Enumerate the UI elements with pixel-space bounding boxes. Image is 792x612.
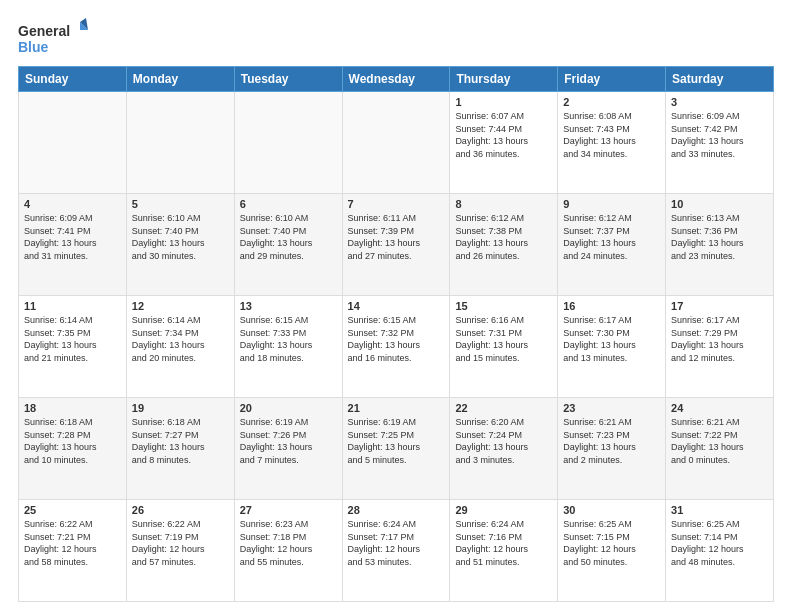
calendar-cell <box>234 92 342 194</box>
day-info: Sunrise: 6:15 AM Sunset: 7:33 PM Dayligh… <box>240 314 337 364</box>
weekday-header-monday: Monday <box>126 67 234 92</box>
svg-text:Blue: Blue <box>18 39 49 55</box>
calendar-week-4: 25Sunrise: 6:22 AM Sunset: 7:21 PM Dayli… <box>19 500 774 602</box>
day-number: 9 <box>563 198 660 210</box>
day-info: Sunrise: 6:15 AM Sunset: 7:32 PM Dayligh… <box>348 314 445 364</box>
day-info: Sunrise: 6:10 AM Sunset: 7:40 PM Dayligh… <box>240 212 337 262</box>
day-number: 16 <box>563 300 660 312</box>
day-info: Sunrise: 6:14 AM Sunset: 7:35 PM Dayligh… <box>24 314 121 364</box>
calendar-cell: 6Sunrise: 6:10 AM Sunset: 7:40 PM Daylig… <box>234 194 342 296</box>
calendar-cell: 11Sunrise: 6:14 AM Sunset: 7:35 PM Dayli… <box>19 296 127 398</box>
calendar-cell: 21Sunrise: 6:19 AM Sunset: 7:25 PM Dayli… <box>342 398 450 500</box>
day-number: 13 <box>240 300 337 312</box>
day-info: Sunrise: 6:11 AM Sunset: 7:39 PM Dayligh… <box>348 212 445 262</box>
calendar-cell <box>342 92 450 194</box>
day-info: Sunrise: 6:20 AM Sunset: 7:24 PM Dayligh… <box>455 416 552 466</box>
day-info: Sunrise: 6:24 AM Sunset: 7:16 PM Dayligh… <box>455 518 552 568</box>
calendar-cell: 10Sunrise: 6:13 AM Sunset: 7:36 PM Dayli… <box>666 194 774 296</box>
day-number: 5 <box>132 198 229 210</box>
calendar-cell: 20Sunrise: 6:19 AM Sunset: 7:26 PM Dayli… <box>234 398 342 500</box>
day-number: 26 <box>132 504 229 516</box>
calendar-cell: 27Sunrise: 6:23 AM Sunset: 7:18 PM Dayli… <box>234 500 342 602</box>
calendar-cell: 29Sunrise: 6:24 AM Sunset: 7:16 PM Dayli… <box>450 500 558 602</box>
calendar-cell: 7Sunrise: 6:11 AM Sunset: 7:39 PM Daylig… <box>342 194 450 296</box>
calendar-cell <box>126 92 234 194</box>
logo-svg: General Blue <box>18 18 88 58</box>
day-number: 1 <box>455 96 552 108</box>
weekday-header-thursday: Thursday <box>450 67 558 92</box>
day-number: 30 <box>563 504 660 516</box>
calendar-cell: 5Sunrise: 6:10 AM Sunset: 7:40 PM Daylig… <box>126 194 234 296</box>
day-info: Sunrise: 6:19 AM Sunset: 7:25 PM Dayligh… <box>348 416 445 466</box>
calendar-week-2: 11Sunrise: 6:14 AM Sunset: 7:35 PM Dayli… <box>19 296 774 398</box>
day-info: Sunrise: 6:25 AM Sunset: 7:15 PM Dayligh… <box>563 518 660 568</box>
day-info: Sunrise: 6:23 AM Sunset: 7:18 PM Dayligh… <box>240 518 337 568</box>
day-info: Sunrise: 6:24 AM Sunset: 7:17 PM Dayligh… <box>348 518 445 568</box>
calendar-cell: 2Sunrise: 6:08 AM Sunset: 7:43 PM Daylig… <box>558 92 666 194</box>
day-info: Sunrise: 6:10 AM Sunset: 7:40 PM Dayligh… <box>132 212 229 262</box>
day-info: Sunrise: 6:22 AM Sunset: 7:19 PM Dayligh… <box>132 518 229 568</box>
day-info: Sunrise: 6:17 AM Sunset: 7:29 PM Dayligh… <box>671 314 768 364</box>
day-number: 7 <box>348 198 445 210</box>
calendar-cell: 9Sunrise: 6:12 AM Sunset: 7:37 PM Daylig… <box>558 194 666 296</box>
day-number: 19 <box>132 402 229 414</box>
weekday-header-wednesday: Wednesday <box>342 67 450 92</box>
calendar-cell: 13Sunrise: 6:15 AM Sunset: 7:33 PM Dayli… <box>234 296 342 398</box>
day-number: 20 <box>240 402 337 414</box>
day-info: Sunrise: 6:22 AM Sunset: 7:21 PM Dayligh… <box>24 518 121 568</box>
calendar-header: SundayMondayTuesdayWednesdayThursdayFrid… <box>19 67 774 92</box>
day-number: 11 <box>24 300 121 312</box>
calendar-cell: 28Sunrise: 6:24 AM Sunset: 7:17 PM Dayli… <box>342 500 450 602</box>
weekday-header-friday: Friday <box>558 67 666 92</box>
calendar-cell: 3Sunrise: 6:09 AM Sunset: 7:42 PM Daylig… <box>666 92 774 194</box>
day-info: Sunrise: 6:18 AM Sunset: 7:27 PM Dayligh… <box>132 416 229 466</box>
day-info: Sunrise: 6:09 AM Sunset: 7:42 PM Dayligh… <box>671 110 768 160</box>
day-info: Sunrise: 6:12 AM Sunset: 7:37 PM Dayligh… <box>563 212 660 262</box>
day-number: 15 <box>455 300 552 312</box>
weekday-header-saturday: Saturday <box>666 67 774 92</box>
day-number: 12 <box>132 300 229 312</box>
header: General Blue <box>18 18 774 58</box>
calendar-cell: 30Sunrise: 6:25 AM Sunset: 7:15 PM Dayli… <box>558 500 666 602</box>
logo: General Blue <box>18 18 88 58</box>
calendar-cell: 23Sunrise: 6:21 AM Sunset: 7:23 PM Dayli… <box>558 398 666 500</box>
calendar-cell: 17Sunrise: 6:17 AM Sunset: 7:29 PM Dayli… <box>666 296 774 398</box>
calendar-cell: 12Sunrise: 6:14 AM Sunset: 7:34 PM Dayli… <box>126 296 234 398</box>
day-number: 8 <box>455 198 552 210</box>
day-info: Sunrise: 6:12 AM Sunset: 7:38 PM Dayligh… <box>455 212 552 262</box>
calendar-cell: 4Sunrise: 6:09 AM Sunset: 7:41 PM Daylig… <box>19 194 127 296</box>
calendar-cell: 19Sunrise: 6:18 AM Sunset: 7:27 PM Dayli… <box>126 398 234 500</box>
day-info: Sunrise: 6:25 AM Sunset: 7:14 PM Dayligh… <box>671 518 768 568</box>
day-number: 21 <box>348 402 445 414</box>
day-info: Sunrise: 6:17 AM Sunset: 7:30 PM Dayligh… <box>563 314 660 364</box>
calendar-table: SundayMondayTuesdayWednesdayThursdayFrid… <box>18 66 774 602</box>
day-info: Sunrise: 6:07 AM Sunset: 7:44 PM Dayligh… <box>455 110 552 160</box>
calendar-cell: 22Sunrise: 6:20 AM Sunset: 7:24 PM Dayli… <box>450 398 558 500</box>
day-number: 3 <box>671 96 768 108</box>
day-number: 27 <box>240 504 337 516</box>
day-info: Sunrise: 6:21 AM Sunset: 7:22 PM Dayligh… <box>671 416 768 466</box>
calendar-week-0: 1Sunrise: 6:07 AM Sunset: 7:44 PM Daylig… <box>19 92 774 194</box>
calendar-body: 1Sunrise: 6:07 AM Sunset: 7:44 PM Daylig… <box>19 92 774 602</box>
svg-text:General: General <box>18 23 70 39</box>
day-info: Sunrise: 6:19 AM Sunset: 7:26 PM Dayligh… <box>240 416 337 466</box>
calendar-cell: 31Sunrise: 6:25 AM Sunset: 7:14 PM Dayli… <box>666 500 774 602</box>
calendar-week-3: 18Sunrise: 6:18 AM Sunset: 7:28 PM Dayli… <box>19 398 774 500</box>
day-info: Sunrise: 6:21 AM Sunset: 7:23 PM Dayligh… <box>563 416 660 466</box>
day-number: 29 <box>455 504 552 516</box>
day-info: Sunrise: 6:14 AM Sunset: 7:34 PM Dayligh… <box>132 314 229 364</box>
day-number: 25 <box>24 504 121 516</box>
calendar-cell: 18Sunrise: 6:18 AM Sunset: 7:28 PM Dayli… <box>19 398 127 500</box>
day-number: 18 <box>24 402 121 414</box>
day-number: 24 <box>671 402 768 414</box>
day-number: 17 <box>671 300 768 312</box>
day-info: Sunrise: 6:08 AM Sunset: 7:43 PM Dayligh… <box>563 110 660 160</box>
day-number: 23 <box>563 402 660 414</box>
day-number: 22 <box>455 402 552 414</box>
calendar-cell: 26Sunrise: 6:22 AM Sunset: 7:19 PM Dayli… <box>126 500 234 602</box>
weekday-header-row: SundayMondayTuesdayWednesdayThursdayFrid… <box>19 67 774 92</box>
calendar-week-1: 4Sunrise: 6:09 AM Sunset: 7:41 PM Daylig… <box>19 194 774 296</box>
day-number: 6 <box>240 198 337 210</box>
day-info: Sunrise: 6:13 AM Sunset: 7:36 PM Dayligh… <box>671 212 768 262</box>
day-info: Sunrise: 6:16 AM Sunset: 7:31 PM Dayligh… <box>455 314 552 364</box>
